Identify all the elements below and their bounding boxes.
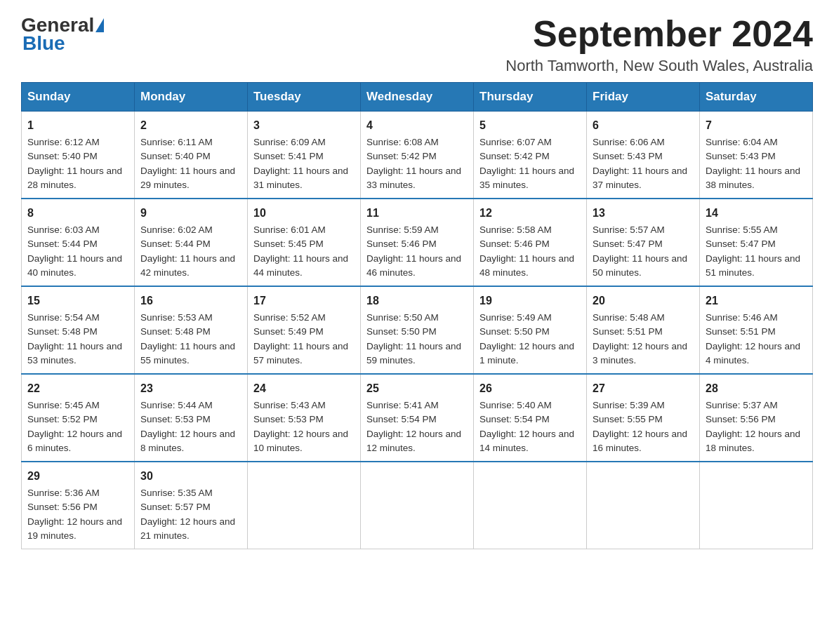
weekday-friday: Friday <box>587 83 700 112</box>
week-row-1: 1 Sunrise: 6:12 AMSunset: 5:40 PMDayligh… <box>22 112 813 199</box>
month-title: September 2024 <box>505 14 813 54</box>
day-number: 20 <box>593 293 694 309</box>
day-number: 3 <box>253 117 355 134</box>
weekday-thursday: Thursday <box>474 83 587 112</box>
day-info: Sunrise: 5:53 AMSunset: 5:48 PMDaylight:… <box>140 311 241 368</box>
day-number: 28 <box>706 380 807 397</box>
calendar-cell: 27 Sunrise: 5:39 AMSunset: 5:55 PMDaylig… <box>587 374 700 462</box>
day-info: Sunrise: 6:11 AMSunset: 5:40 PMDaylight:… <box>140 135 241 192</box>
header: General Blue September 2024 North Tamwor… <box>21 14 813 75</box>
calendar-cell: 10 Sunrise: 6:01 AMSunset: 5:45 PMDaylig… <box>248 199 361 286</box>
weekday-tuesday: Tuesday <box>248 83 361 112</box>
day-info: Sunrise: 5:40 AMSunset: 5:54 PMDaylight:… <box>479 398 581 455</box>
day-info: Sunrise: 6:08 AMSunset: 5:42 PMDaylight:… <box>366 135 468 192</box>
calendar-cell: 5 Sunrise: 6:07 AMSunset: 5:42 PMDayligh… <box>474 112 587 199</box>
day-number: 10 <box>253 205 355 222</box>
day-number: 8 <box>27 205 128 222</box>
calendar-cell: 3 Sunrise: 6:09 AMSunset: 5:41 PMDayligh… <box>248 112 361 199</box>
day-info: Sunrise: 5:44 AMSunset: 5:53 PMDaylight:… <box>140 398 241 455</box>
day-info: Sunrise: 6:03 AMSunset: 5:44 PMDaylight:… <box>27 223 128 280</box>
weekday-monday: Monday <box>135 83 248 112</box>
day-info: Sunrise: 6:02 AMSunset: 5:44 PMDaylight:… <box>140 223 241 280</box>
day-info: Sunrise: 5:55 AMSunset: 5:47 PMDaylight:… <box>706 223 807 280</box>
logo: General Blue <box>21 14 105 55</box>
calendar-cell: 14 Sunrise: 5:55 AMSunset: 5:47 PMDaylig… <box>700 199 813 286</box>
day-number: 12 <box>479 205 581 222</box>
day-info: Sunrise: 6:12 AMSunset: 5:40 PMDaylight:… <box>27 135 128 192</box>
calendar-cell: 30 Sunrise: 5:35 AMSunset: 5:57 PMDaylig… <box>135 462 248 549</box>
day-number: 7 <box>706 117 807 134</box>
day-info: Sunrise: 6:04 AMSunset: 5:43 PMDaylight:… <box>706 135 807 192</box>
day-info: Sunrise: 6:01 AMSunset: 5:45 PMDaylight:… <box>253 223 355 280</box>
calendar-cell: 20 Sunrise: 5:48 AMSunset: 5:51 PMDaylig… <box>587 286 700 374</box>
calendar-cell <box>361 462 474 549</box>
calendar-cell <box>587 462 700 549</box>
week-row-5: 29 Sunrise: 5:36 AMSunset: 5:56 PMDaylig… <box>22 462 813 549</box>
weekday-saturday: Saturday <box>700 83 813 112</box>
calendar-cell: 15 Sunrise: 5:54 AMSunset: 5:48 PMDaylig… <box>22 286 135 374</box>
calendar-cell <box>474 462 587 549</box>
day-number: 25 <box>366 380 468 397</box>
calendar-cell: 22 Sunrise: 5:45 AMSunset: 5:52 PMDaylig… <box>22 374 135 462</box>
day-number: 5 <box>479 117 581 134</box>
calendar-table: SundayMondayTuesdayWednesdayThursdayFrid… <box>21 82 813 549</box>
day-number: 30 <box>140 468 241 485</box>
calendar-cell: 21 Sunrise: 5:46 AMSunset: 5:51 PMDaylig… <box>700 286 813 374</box>
day-info: Sunrise: 5:57 AMSunset: 5:47 PMDaylight:… <box>593 223 694 280</box>
calendar-cell: 26 Sunrise: 5:40 AMSunset: 5:54 PMDaylig… <box>474 374 587 462</box>
day-number: 17 <box>253 293 355 309</box>
day-number: 23 <box>140 380 241 397</box>
day-info: Sunrise: 5:58 AMSunset: 5:46 PMDaylight:… <box>479 223 581 280</box>
day-info: Sunrise: 5:50 AMSunset: 5:50 PMDaylight:… <box>366 311 468 368</box>
calendar-cell: 9 Sunrise: 6:02 AMSunset: 5:44 PMDayligh… <box>135 199 248 286</box>
logo-triangle-icon <box>95 18 104 32</box>
day-info: Sunrise: 5:35 AMSunset: 5:57 PMDaylight:… <box>140 486 241 543</box>
day-info: Sunrise: 5:59 AMSunset: 5:46 PMDaylight:… <box>366 223 468 280</box>
day-info: Sunrise: 5:45 AMSunset: 5:52 PMDaylight:… <box>27 398 128 455</box>
calendar-cell: 23 Sunrise: 5:44 AMSunset: 5:53 PMDaylig… <box>135 374 248 462</box>
day-number: 15 <box>27 293 128 309</box>
day-number: 29 <box>27 468 128 485</box>
day-info: Sunrise: 6:06 AMSunset: 5:43 PMDaylight:… <box>593 135 694 192</box>
day-number: 22 <box>27 380 128 397</box>
calendar-cell: 24 Sunrise: 5:43 AMSunset: 5:53 PMDaylig… <box>248 374 361 462</box>
weekday-header-row: SundayMondayTuesdayWednesdayThursdayFrid… <box>22 83 813 112</box>
day-number: 18 <box>366 293 468 309</box>
calendar-cell: 29 Sunrise: 5:36 AMSunset: 5:56 PMDaylig… <box>22 462 135 549</box>
calendar-cell <box>248 462 361 549</box>
day-info: Sunrise: 5:43 AMSunset: 5:53 PMDaylight:… <box>253 398 355 455</box>
day-number: 4 <box>366 117 468 134</box>
calendar-cell: 28 Sunrise: 5:37 AMSunset: 5:56 PMDaylig… <box>700 374 813 462</box>
day-info: Sunrise: 5:52 AMSunset: 5:49 PMDaylight:… <box>253 311 355 368</box>
title-area: September 2024 North Tamworth, New South… <box>505 14 813 75</box>
calendar-cell: 13 Sunrise: 5:57 AMSunset: 5:47 PMDaylig… <box>587 199 700 286</box>
day-info: Sunrise: 5:41 AMSunset: 5:54 PMDaylight:… <box>366 398 468 455</box>
day-info: Sunrise: 5:54 AMSunset: 5:48 PMDaylight:… <box>27 311 128 368</box>
weekday-sunday: Sunday <box>22 83 135 112</box>
day-number: 2 <box>140 117 241 134</box>
day-info: Sunrise: 5:49 AMSunset: 5:50 PMDaylight:… <box>479 311 581 368</box>
day-number: 21 <box>706 293 807 309</box>
day-number: 1 <box>27 117 128 134</box>
day-info: Sunrise: 5:36 AMSunset: 5:56 PMDaylight:… <box>27 486 128 543</box>
day-number: 6 <box>593 117 694 134</box>
day-number: 11 <box>366 205 468 222</box>
calendar-cell: 16 Sunrise: 5:53 AMSunset: 5:48 PMDaylig… <box>135 286 248 374</box>
weekday-wednesday: Wednesday <box>361 83 474 112</box>
week-row-2: 8 Sunrise: 6:03 AMSunset: 5:44 PMDayligh… <box>22 199 813 286</box>
calendar-cell: 19 Sunrise: 5:49 AMSunset: 5:50 PMDaylig… <box>474 286 587 374</box>
calendar-cell <box>700 462 813 549</box>
logo-blue: Blue <box>22 32 65 54</box>
calendar-cell: 8 Sunrise: 6:03 AMSunset: 5:44 PMDayligh… <box>22 199 135 286</box>
calendar-cell: 11 Sunrise: 5:59 AMSunset: 5:46 PMDaylig… <box>361 199 474 286</box>
day-info: Sunrise: 6:09 AMSunset: 5:41 PMDaylight:… <box>253 135 355 192</box>
calendar-cell: 25 Sunrise: 5:41 AMSunset: 5:54 PMDaylig… <box>361 374 474 462</box>
calendar-cell: 4 Sunrise: 6:08 AMSunset: 5:42 PMDayligh… <box>361 112 474 199</box>
week-row-4: 22 Sunrise: 5:45 AMSunset: 5:52 PMDaylig… <box>22 374 813 462</box>
day-number: 24 <box>253 380 355 397</box>
calendar-cell: 2 Sunrise: 6:11 AMSunset: 5:40 PMDayligh… <box>135 112 248 199</box>
day-info: Sunrise: 5:46 AMSunset: 5:51 PMDaylight:… <box>706 311 807 368</box>
day-number: 27 <box>593 380 694 397</box>
day-info: Sunrise: 6:07 AMSunset: 5:42 PMDaylight:… <box>479 135 581 192</box>
location-title: North Tamworth, New South Wales, Austral… <box>505 57 813 75</box>
